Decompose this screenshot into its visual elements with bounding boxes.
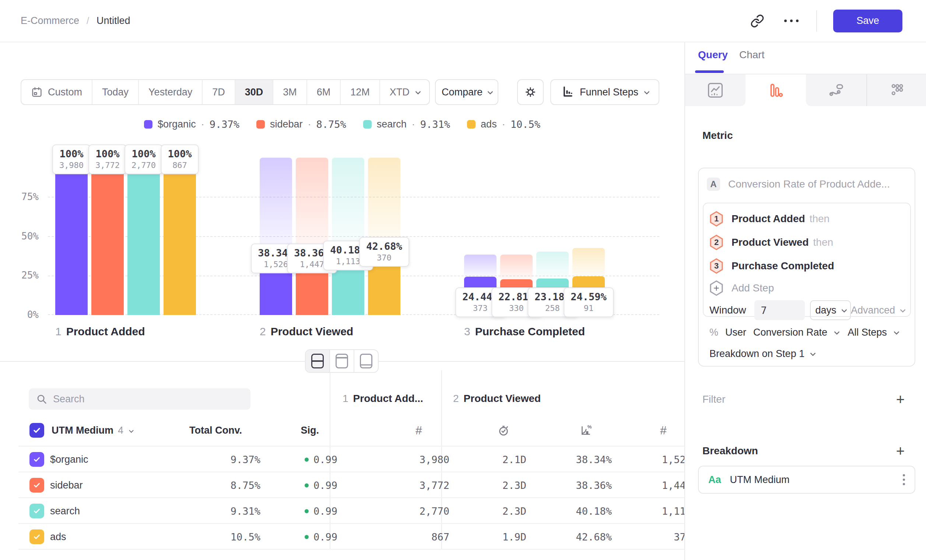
table-row-search[interactable]: search 9.31% 0.99 2,770 2.3D 40.18% 1,11…: [18, 498, 684, 524]
range-custom[interactable]: Custom: [21, 80, 92, 104]
row-checkbox[interactable]: [29, 504, 44, 518]
significance-dot: [305, 535, 309, 539]
link-icon: [750, 14, 764, 28]
funnel-bar[interactable]: 100%2,770: [127, 158, 160, 315]
y-axis-tick: 0%: [13, 309, 39, 320]
chart-settings-button[interactable]: [517, 79, 544, 105]
select-all-checkbox[interactable]: [29, 423, 44, 438]
advanced-toggle[interactable]: Advanced: [851, 305, 904, 316]
metric-letter-badge: A: [707, 177, 720, 191]
legend-item-sidebar[interactable]: sidebar·8.75%: [256, 119, 346, 130]
chevron-down-icon: [834, 329, 840, 335]
breakdown-property-card[interactable]: Aa UTM Medium: [698, 466, 915, 494]
window-value-input[interactable]: 7: [754, 300, 805, 320]
y-axis-tick: 50%: [13, 231, 39, 242]
range-xtd[interactable]: XTD: [380, 80, 429, 104]
table-row-ads[interactable]: ads 10.5% 0.99 867 1.9D 42.68% 370: [18, 524, 684, 550]
step-number-badge: 2: [710, 235, 723, 250]
chart-view-selector[interactable]: Funnel Steps: [550, 79, 659, 105]
tab-funnel-chart-selected[interactable]: [746, 74, 806, 106]
time-to-convert-icon: [497, 420, 510, 440]
add-filter-button[interactable]: +: [896, 392, 905, 407]
compare-button[interactable]: Compare: [435, 79, 498, 105]
funnel-bar[interactable]: 100%3,980: [55, 158, 88, 315]
svg-text:%: %: [587, 424, 592, 430]
legend-item-ads[interactable]: ads·10.5%: [467, 119, 540, 130]
breadcrumb-report-title[interactable]: Untitled: [97, 15, 130, 27]
steps-scope-dropdown[interactable]: All Steps: [847, 327, 887, 338]
tab-query[interactable]: Query: [698, 49, 728, 61]
table-row-organic[interactable]: $organic 9.37% 0.99 3,980 2.1D 38.34% 1,…: [18, 446, 684, 472]
chart-type-tabs: [685, 74, 926, 106]
metric-card: A Conversion Rate of Product Adde... 1 P…: [698, 168, 915, 366]
step-row-3[interactable]: 3 Purchase Completed: [710, 254, 910, 278]
table-search[interactable]: [29, 388, 250, 410]
chevron-down-icon: [487, 89, 493, 95]
table-column-step1[interactable]: 1Product Add...: [343, 393, 423, 404]
measure-type-dropdown[interactable]: Conversion Rate: [753, 327, 827, 338]
table-column-step2[interactable]: 2Product Viewed: [453, 393, 541, 404]
significance-dot: [305, 509, 309, 513]
range-yesterday[interactable]: Yesterday: [138, 80, 202, 104]
group-by-header[interactable]: UTM Medium 4: [51, 420, 133, 440]
chevron-down-icon: [894, 329, 899, 335]
funnel-bar[interactable]: 100%867: [163, 158, 196, 315]
layout-chart-only-button[interactable]: [329, 350, 354, 372]
range-7d[interactable]: 7D: [202, 80, 235, 104]
tab-chart[interactable]: Chart: [739, 49, 764, 61]
row-checkbox[interactable]: [29, 452, 44, 467]
tab-flows-chart[interactable]: [866, 74, 926, 106]
metric-title: Conversion Rate of Product Adde...: [728, 178, 890, 190]
funnel-bar[interactable]: 40.18%1,113: [332, 158, 364, 315]
layout-table-focus-button[interactable]: [354, 350, 378, 372]
funnel-bar[interactable]: 100%3,772: [91, 158, 124, 315]
legend-item-organic[interactable]: $organic·9.37%: [144, 119, 239, 130]
flows-chart-icon: [888, 82, 905, 99]
tab-insights-chart[interactable]: [685, 74, 746, 106]
chart-view-icon: [336, 354, 348, 368]
breakdown-on-step-dropdown[interactable]: Breakdown on Step 1: [710, 348, 814, 360]
layout-split-button-selected[interactable]: [306, 350, 329, 372]
step-row-1[interactable]: 1 Product Addedthen: [710, 207, 910, 231]
gear-icon: [524, 85, 537, 99]
metric-title-row[interactable]: A Conversion Rate of Product Adde...: [707, 177, 890, 191]
funnel-bar[interactable]: 38.34%1,526: [260, 158, 292, 315]
range-6m[interactable]: 6M: [306, 80, 340, 104]
line-chart-icon: [707, 82, 724, 99]
counting-method-dropdown[interactable]: User: [725, 327, 746, 338]
step-row-2[interactable]: 2 Product Viewedthen: [710, 231, 910, 254]
bar-value-card: 42.68%370: [359, 237, 409, 267]
conversion-window-row: Window 7 days Advanced: [710, 299, 910, 321]
range-3m[interactable]: 3M: [272, 80, 306, 104]
funnel-bar[interactable]: 42.68%370: [368, 158, 400, 315]
window-unit-select[interactable]: days: [810, 300, 851, 320]
tab-retention-chart[interactable]: [806, 74, 866, 106]
save-button[interactable]: Save: [833, 9, 902, 32]
legend-swatch: [467, 120, 475, 129]
breadcrumb-project[interactable]: E-Commerce: [21, 15, 79, 27]
add-breakdown-button[interactable]: +: [896, 443, 905, 458]
chart-legend: $organic·9.37% sidebar·8.75% search·9.31…: [0, 119, 684, 130]
table-row-sidebar[interactable]: sidebar 8.75% 0.99 3,772 2.3D 38.36% 1,4…: [18, 472, 684, 498]
funnel-bar[interactable]: 24.59%91: [572, 158, 605, 315]
row-checkbox[interactable]: [29, 530, 44, 544]
total-conv-header[interactable]: Total Conv.: [161, 420, 242, 440]
range-today[interactable]: Today: [92, 80, 138, 104]
kebab-menu-icon[interactable]: [903, 474, 905, 485]
row-checkbox[interactable]: [29, 478, 44, 493]
chevron-down-icon: [415, 89, 421, 95]
legend-item-search[interactable]: search·9.31%: [363, 119, 450, 130]
measurement-row: % User Conversion Rate All Steps: [710, 327, 898, 338]
add-step-button[interactable]: + Add Step: [710, 278, 910, 298]
bar-value-card: 100%867: [160, 144, 198, 174]
funnel-bar[interactable]: 38.36%1,447: [296, 158, 328, 315]
more-menu-button[interactable]: [782, 12, 800, 30]
share-link-button[interactable]: [749, 12, 766, 30]
search-input[interactable]: [53, 394, 230, 405]
count-metric-icon: #: [416, 420, 422, 440]
search-icon: [36, 394, 47, 404]
range-12m[interactable]: 12M: [340, 80, 380, 104]
range-30d-selected[interactable]: 30D: [235, 80, 273, 104]
sig-header[interactable]: Sig.: [278, 420, 319, 440]
filter-section: Filter +: [702, 390, 905, 408]
